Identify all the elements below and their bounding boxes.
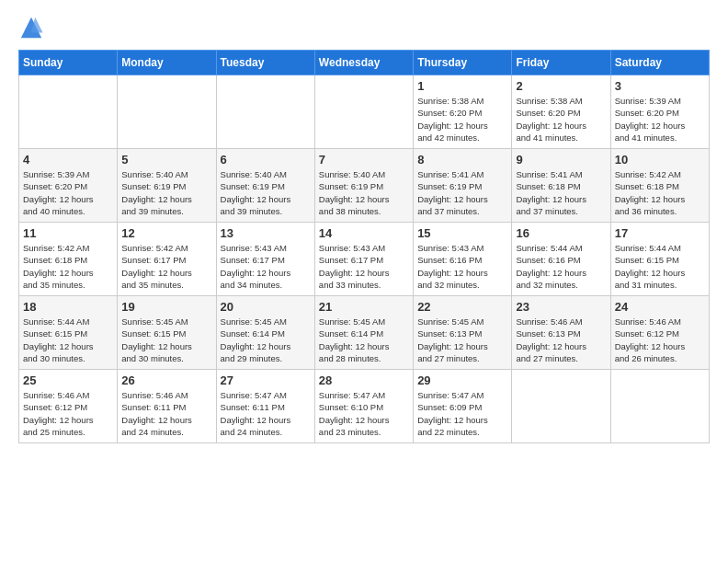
day-info: Sunrise: 5:41 AM Sunset: 6:18 PM Dayligh… <box>516 168 606 217</box>
day-number: 29 <box>417 373 507 387</box>
week-row-0: 1Sunrise: 5:38 AM Sunset: 6:20 PM Daylig… <box>19 75 710 149</box>
calendar-cell: 1Sunrise: 5:38 AM Sunset: 6:20 PM Daylig… <box>414 75 512 149</box>
calendar-cell: 24Sunrise: 5:46 AM Sunset: 6:12 PM Dayli… <box>610 296 709 370</box>
calendar-cell <box>512 370 610 443</box>
day-number: 19 <box>121 300 211 314</box>
calendar-cell: 6Sunrise: 5:40 AM Sunset: 6:19 PM Daylig… <box>216 149 314 223</box>
day-number: 26 <box>121 373 211 387</box>
day-number: 25 <box>23 373 113 387</box>
day-number: 21 <box>319 300 409 314</box>
day-info: Sunrise: 5:42 AM Sunset: 6:17 PM Dayligh… <box>121 242 211 291</box>
calendar-cell: 8Sunrise: 5:41 AM Sunset: 6:19 PM Daylig… <box>414 149 512 223</box>
calendar-cell: 12Sunrise: 5:42 AM Sunset: 6:17 PM Dayli… <box>118 223 216 296</box>
day-number: 5 <box>121 153 211 167</box>
day-info: Sunrise: 5:45 AM Sunset: 6:15 PM Dayligh… <box>121 316 211 364</box>
day-info: Sunrise: 5:47 AM Sunset: 6:11 PM Dayligh… <box>221 389 311 438</box>
calendar-cell: 20Sunrise: 5:45 AM Sunset: 6:14 PM Dayli… <box>216 296 314 370</box>
header-day-wednesday: Wednesday <box>314 51 413 75</box>
week-row-4: 25Sunrise: 5:46 AM Sunset: 6:12 PM Dayli… <box>19 370 710 443</box>
day-info: Sunrise: 5:40 AM Sunset: 6:19 PM Dayligh… <box>121 168 211 217</box>
day-number: 27 <box>221 373 311 387</box>
logo <box>18 15 48 40</box>
day-info: Sunrise: 5:45 AM Sunset: 6:13 PM Dayligh… <box>417 316 507 364</box>
week-row-1: 4Sunrise: 5:39 AM Sunset: 6:20 PM Daylig… <box>19 149 710 223</box>
day-number: 18 <box>23 300 113 314</box>
calendar-cell: 14Sunrise: 5:43 AM Sunset: 6:17 PM Dayli… <box>314 223 413 296</box>
calendar-table: SundayMondayTuesdayWednesdayThursdayFrid… <box>18 50 710 443</box>
header-day-tuesday: Tuesday <box>216 51 314 75</box>
calendar-cell: 23Sunrise: 5:46 AM Sunset: 6:13 PM Dayli… <box>512 296 610 370</box>
day-info: Sunrise: 5:43 AM Sunset: 6:16 PM Dayligh… <box>417 242 507 291</box>
calendar-cell: 11Sunrise: 5:42 AM Sunset: 6:18 PM Dayli… <box>19 223 118 296</box>
calendar-cell: 27Sunrise: 5:47 AM Sunset: 6:11 PM Dayli… <box>216 370 314 443</box>
calendar-cell: 2Sunrise: 5:38 AM Sunset: 6:20 PM Daylig… <box>512 75 610 149</box>
day-number: 15 <box>417 226 507 240</box>
header-day-monday: Monday <box>118 51 216 75</box>
day-info: Sunrise: 5:46 AM Sunset: 6:12 PM Dayligh… <box>615 316 705 364</box>
day-number: 3 <box>615 79 705 93</box>
day-number: 24 <box>615 300 705 314</box>
day-info: Sunrise: 5:47 AM Sunset: 6:09 PM Dayligh… <box>417 389 507 438</box>
day-number: 20 <box>221 300 311 314</box>
day-info: Sunrise: 5:46 AM Sunset: 6:11 PM Dayligh… <box>121 389 211 438</box>
calendar-cell: 7Sunrise: 5:40 AM Sunset: 6:19 PM Daylig… <box>314 149 413 223</box>
day-number: 8 <box>417 153 507 167</box>
day-info: Sunrise: 5:38 AM Sunset: 6:20 PM Dayligh… <box>516 95 606 144</box>
calendar-cell: 13Sunrise: 5:43 AM Sunset: 6:17 PM Dayli… <box>216 223 314 296</box>
calendar-cell <box>19 75 118 149</box>
calendar-cell: 19Sunrise: 5:45 AM Sunset: 6:15 PM Dayli… <box>118 296 216 370</box>
day-number: 14 <box>319 226 409 240</box>
day-info: Sunrise: 5:38 AM Sunset: 6:20 PM Dayligh… <box>417 95 507 144</box>
day-info: Sunrise: 5:46 AM Sunset: 6:13 PM Dayligh… <box>516 316 606 364</box>
week-row-3: 18Sunrise: 5:44 AM Sunset: 6:15 PM Dayli… <box>19 296 710 370</box>
header-row: SundayMondayTuesdayWednesdayThursdayFrid… <box>19 51 710 75</box>
calendar-cell: 17Sunrise: 5:44 AM Sunset: 6:15 PM Dayli… <box>610 223 709 296</box>
calendar-header: SundayMondayTuesdayWednesdayThursdayFrid… <box>19 51 710 75</box>
logo-icon <box>18 15 44 40</box>
day-info: Sunrise: 5:45 AM Sunset: 6:14 PM Dayligh… <box>319 316 409 364</box>
day-info: Sunrise: 5:42 AM Sunset: 6:18 PM Dayligh… <box>615 168 705 217</box>
header-day-sunday: Sunday <box>19 51 118 75</box>
calendar-cell: 10Sunrise: 5:42 AM Sunset: 6:18 PM Dayli… <box>610 149 709 223</box>
header-day-saturday: Saturday <box>610 51 709 75</box>
day-info: Sunrise: 5:44 AM Sunset: 6:16 PM Dayligh… <box>516 242 606 291</box>
day-number: 12 <box>121 226 211 240</box>
day-number: 7 <box>319 153 409 167</box>
day-info: Sunrise: 5:45 AM Sunset: 6:14 PM Dayligh… <box>221 316 311 364</box>
header <box>18 15 710 40</box>
day-number: 2 <box>516 79 606 93</box>
calendar-cell: 3Sunrise: 5:39 AM Sunset: 6:20 PM Daylig… <box>610 75 709 149</box>
calendar-cell: 16Sunrise: 5:44 AM Sunset: 6:16 PM Dayli… <box>512 223 610 296</box>
day-number: 6 <box>221 153 311 167</box>
day-info: Sunrise: 5:44 AM Sunset: 6:15 PM Dayligh… <box>615 242 705 291</box>
header-day-thursday: Thursday <box>414 51 512 75</box>
day-info: Sunrise: 5:40 AM Sunset: 6:19 PM Dayligh… <box>221 168 311 217</box>
day-number: 4 <box>23 153 113 167</box>
day-number: 9 <box>516 153 606 167</box>
day-number: 28 <box>319 373 409 387</box>
calendar-cell: 4Sunrise: 5:39 AM Sunset: 6:20 PM Daylig… <box>19 149 118 223</box>
calendar-cell: 25Sunrise: 5:46 AM Sunset: 6:12 PM Dayli… <box>19 370 118 443</box>
day-info: Sunrise: 5:47 AM Sunset: 6:10 PM Dayligh… <box>319 389 409 438</box>
calendar-cell <box>314 75 413 149</box>
day-number: 1 <box>417 79 507 93</box>
day-number: 10 <box>615 153 705 167</box>
day-info: Sunrise: 5:41 AM Sunset: 6:19 PM Dayligh… <box>417 168 507 217</box>
calendar-cell: 15Sunrise: 5:43 AM Sunset: 6:16 PM Dayli… <box>414 223 512 296</box>
calendar-cell: 21Sunrise: 5:45 AM Sunset: 6:14 PM Dayli… <box>314 296 413 370</box>
calendar-cell: 28Sunrise: 5:47 AM Sunset: 6:10 PM Dayli… <box>314 370 413 443</box>
day-info: Sunrise: 5:39 AM Sunset: 6:20 PM Dayligh… <box>23 168 113 217</box>
day-info: Sunrise: 5:40 AM Sunset: 6:19 PM Dayligh… <box>319 168 409 217</box>
calendar-cell: 26Sunrise: 5:46 AM Sunset: 6:11 PM Dayli… <box>118 370 216 443</box>
day-info: Sunrise: 5:43 AM Sunset: 6:17 PM Dayligh… <box>319 242 409 291</box>
calendar-cell: 5Sunrise: 5:40 AM Sunset: 6:19 PM Daylig… <box>118 149 216 223</box>
calendar-body: 1Sunrise: 5:38 AM Sunset: 6:20 PM Daylig… <box>19 75 710 443</box>
calendar-cell <box>610 370 709 443</box>
day-number: 17 <box>615 226 705 240</box>
day-info: Sunrise: 5:42 AM Sunset: 6:18 PM Dayligh… <box>23 242 113 291</box>
day-number: 13 <box>221 226 311 240</box>
day-number: 22 <box>417 300 507 314</box>
calendar-cell <box>118 75 216 149</box>
day-info: Sunrise: 5:43 AM Sunset: 6:17 PM Dayligh… <box>221 242 311 291</box>
header-day-friday: Friday <box>512 51 610 75</box>
